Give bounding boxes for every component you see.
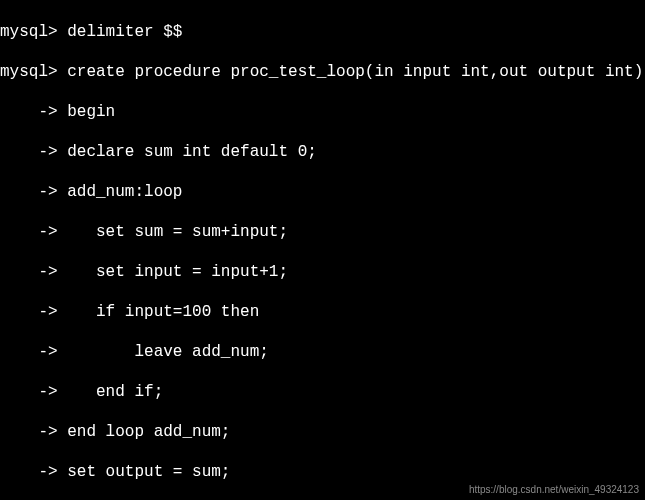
terminal-line: -> end loop add_num;: [0, 422, 645, 442]
terminal-output: mysql> delimiter $$ mysql> create proced…: [0, 2, 645, 500]
watermark-text: https://blog.csdn.net/weixin_49324123: [469, 484, 639, 497]
terminal-line: -> set sum = sum+input;: [0, 222, 645, 242]
terminal-line: -> add_num:loop: [0, 182, 645, 202]
terminal-line: -> set input = input+1;: [0, 262, 645, 282]
terminal-line: -> end if;: [0, 382, 645, 402]
terminal-line: -> set output = sum;: [0, 462, 645, 482]
terminal-line: -> declare sum int default 0;: [0, 142, 645, 162]
terminal-line: mysql> delimiter $$: [0, 22, 645, 42]
terminal-line: -> if input=100 then: [0, 302, 645, 322]
terminal-line: -> begin: [0, 102, 645, 122]
terminal-line: -> leave add_num;: [0, 342, 645, 362]
terminal-line: mysql> create procedure proc_test_loop(i…: [0, 62, 645, 82]
